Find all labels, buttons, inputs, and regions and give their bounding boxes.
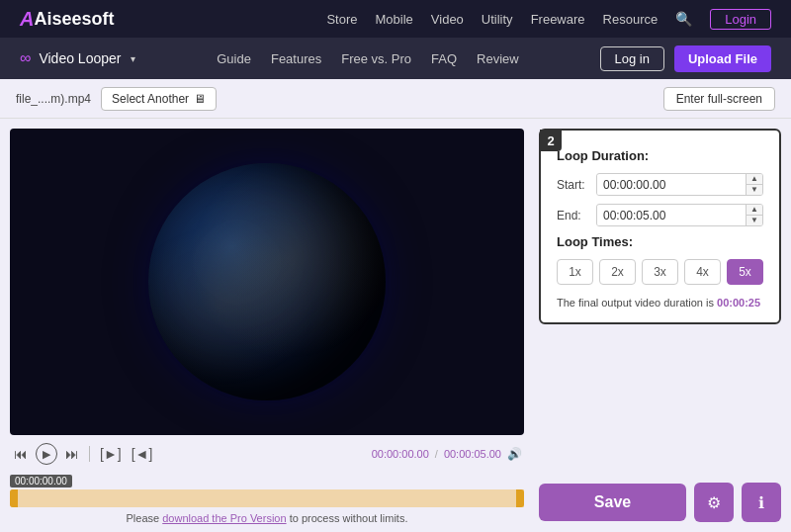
info-button[interactable]: ℹ bbox=[742, 483, 781, 522]
nav-video[interactable]: Video bbox=[431, 12, 464, 27]
loop-1x-button[interactable]: 1x bbox=[557, 259, 593, 285]
nav-features[interactable]: Features bbox=[271, 51, 321, 66]
time-display: 00:00:00.00 / 00:00:05.00 🔊 bbox=[372, 447, 522, 461]
select-another-button[interactable]: Select Another 🖥 bbox=[101, 87, 217, 111]
output-duration: The final output video duration is 00:00… bbox=[557, 297, 763, 309]
end-spin-down[interactable]: ▼ bbox=[747, 216, 762, 225]
main-content: ⏮ ▶ ⏭ [►] [◄] 00:00:00.00 / 00:00:05.00 … bbox=[0, 119, 791, 532]
monitor-icon: 🖥 bbox=[194, 92, 206, 106]
pro-version-link[interactable]: download the Pro Version bbox=[162, 512, 286, 524]
logo-text: Aiseesoft bbox=[34, 9, 114, 30]
earth-visual bbox=[148, 163, 386, 400]
output-duration-value: 00:00:25 bbox=[717, 297, 760, 309]
second-nav-links: Guide Features Free vs. Pro FAQ Review bbox=[217, 51, 518, 66]
save-area: Save ⚙ ℹ bbox=[539, 483, 781, 522]
bracket-right-button[interactable]: [◄] bbox=[130, 446, 155, 462]
logo-icon: A bbox=[20, 8, 34, 31]
start-time-input-wrap: ▲ ▼ bbox=[596, 173, 763, 196]
total-time: 00:00:05.00 bbox=[444, 448, 501, 460]
play-button[interactable]: ▶ bbox=[36, 443, 57, 465]
nav-freeware[interactable]: Freeware bbox=[531, 12, 585, 27]
log-in-button[interactable]: Log in bbox=[600, 46, 664, 71]
video-controls: ⏮ ▶ ⏭ [►] [◄] 00:00:00.00 / 00:00:05.00 … bbox=[10, 439, 524, 469]
top-nav-links: Store Mobile Video Utility Freeware Reso… bbox=[326, 9, 771, 30]
earth-glow bbox=[148, 163, 386, 400]
end-spin-up[interactable]: ▲ bbox=[747, 205, 762, 216]
search-icon[interactable]: 🔍 bbox=[675, 11, 692, 27]
rewind-button[interactable]: ⏮ bbox=[12, 446, 30, 462]
pro-note: Please download the Pro Version to proce… bbox=[10, 512, 524, 524]
loop-4x-button[interactable]: 4x bbox=[684, 259, 721, 285]
loop-5x-button[interactable]: 5x bbox=[727, 259, 763, 285]
timeline-handle-right[interactable] bbox=[516, 489, 524, 507]
start-spin-down[interactable]: ▼ bbox=[747, 185, 762, 195]
dropdown-arrow-icon[interactable]: ▾ bbox=[131, 53, 135, 64]
select-another-label: Select Another bbox=[112, 92, 189, 106]
app-brand: ∞ Video Looper ▾ bbox=[20, 49, 135, 67]
forward-button[interactable]: ⏭ bbox=[63, 446, 81, 462]
nav-free-vs-pro[interactable]: Free vs. Pro bbox=[341, 51, 411, 66]
loop-times-label: Loop Times: bbox=[557, 234, 763, 249]
video-panel: ⏮ ▶ ⏭ [►] [◄] 00:00:00.00 / 00:00:05.00 … bbox=[0, 119, 534, 532]
start-spinner: ▲ ▼ bbox=[746, 174, 762, 195]
settings-button[interactable]: ⚙ bbox=[694, 483, 734, 522]
volume-icon[interactable]: 🔊 bbox=[507, 447, 522, 461]
divider bbox=[89, 446, 90, 462]
logo: A Aiseesoft bbox=[20, 8, 114, 31]
timeline-bar[interactable] bbox=[10, 489, 524, 507]
loop-times-section: Loop Times: 1x 2x 3x 4x 5x bbox=[557, 234, 763, 285]
time-label: 00:00:00.00 bbox=[10, 475, 72, 488]
app-name-label: Video Looper bbox=[39, 50, 121, 66]
current-time: 00:00:00.00 bbox=[372, 448, 429, 460]
toolbar: file_....m).mp4 Select Another 🖥 Enter f… bbox=[0, 79, 791, 119]
loop-settings-box: 2 Loop Duration: Start: ▲ ▼ End: ▲ bbox=[539, 129, 781, 324]
end-time-input[interactable] bbox=[597, 206, 746, 225]
save-button[interactable]: Save bbox=[539, 484, 686, 521]
second-nav-right: Log in Upload File bbox=[600, 45, 771, 72]
nav-review[interactable]: Review bbox=[477, 51, 519, 66]
nav-mobile[interactable]: Mobile bbox=[376, 12, 413, 27]
end-spinner: ▲ ▼ bbox=[746, 205, 762, 225]
nav-guide[interactable]: Guide bbox=[217, 51, 251, 66]
timeline-inner[interactable] bbox=[18, 489, 524, 507]
fullscreen-button[interactable]: Enter full-screen bbox=[663, 87, 775, 111]
output-text: The final output video duration is bbox=[557, 297, 717, 309]
end-time-input-wrap: ▲ ▼ bbox=[596, 204, 763, 226]
box-number: 2 bbox=[540, 130, 562, 151]
start-time-row: Start: ▲ ▼ bbox=[557, 173, 763, 196]
login-button[interactable]: Login bbox=[710, 9, 771, 30]
loop-2x-button[interactable]: 2x bbox=[599, 259, 636, 285]
top-navigation: A Aiseesoft Store Mobile Video Utility F… bbox=[0, 0, 791, 38]
toolbar-left: file_....m).mp4 Select Another 🖥 bbox=[16, 87, 217, 111]
nav-faq[interactable]: FAQ bbox=[431, 51, 457, 66]
duration-label: Loop Duration: bbox=[557, 148, 763, 163]
end-time-row: End: ▲ ▼ bbox=[557, 204, 763, 226]
upload-file-button[interactable]: Upload File bbox=[674, 45, 771, 72]
video-container[interactable] bbox=[10, 129, 524, 435]
loop-icon: ∞ bbox=[20, 49, 31, 67]
controls-left: ⏮ ▶ ⏭ [►] [◄] bbox=[12, 443, 154, 465]
nav-store[interactable]: Store bbox=[326, 12, 357, 27]
right-panel: 2 Loop Duration: Start: ▲ ▼ End: ▲ bbox=[534, 119, 791, 532]
start-label: Start: bbox=[557, 178, 588, 192]
play-icon: ▶ bbox=[43, 448, 50, 461]
nav-resource[interactable]: Resource bbox=[603, 12, 659, 27]
start-spin-up[interactable]: ▲ bbox=[747, 174, 762, 185]
loop-3x-button[interactable]: 3x bbox=[642, 259, 678, 285]
timeline-area: 00:00:00.00 Please download the Pro Vers… bbox=[10, 471, 524, 524]
end-label: End: bbox=[557, 209, 588, 222]
start-time-input[interactable] bbox=[597, 175, 746, 195]
time-separator: / bbox=[435, 448, 438, 460]
nav-utility[interactable]: Utility bbox=[482, 12, 513, 27]
loop-times-buttons: 1x 2x 3x 4x 5x bbox=[557, 259, 763, 285]
file-name-label: file_....m).mp4 bbox=[16, 92, 91, 106]
bracket-left-button[interactable]: [►] bbox=[98, 446, 124, 462]
timeline-handle-left[interactable] bbox=[10, 489, 18, 507]
second-navigation: ∞ Video Looper ▾ Guide Features Free vs.… bbox=[0, 38, 791, 79]
